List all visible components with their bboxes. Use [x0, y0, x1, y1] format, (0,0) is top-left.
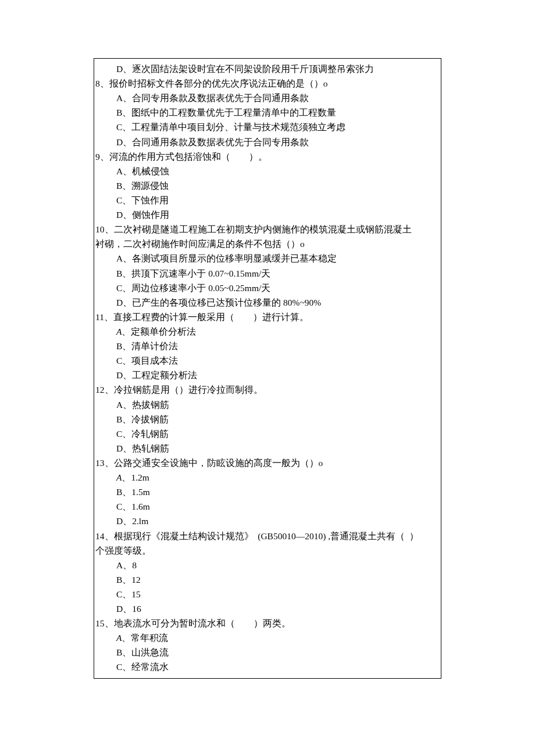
option-line: B、冷拔钢筋: [94, 412, 441, 427]
question-stem: 12、冷拉钢筋是用（）进行冷拉而制得。: [94, 382, 441, 397]
question-stem: 9、河流的作用方式包括溶蚀和（ ）。: [94, 149, 441, 164]
option-line: B、拱顶下沉速率小于 0.07~0.15mm/天: [94, 266, 441, 281]
option-line: D、2.lm: [94, 514, 441, 528]
question-stem: 15、地表流水可分为暂时流水和（ ）两类。: [94, 616, 441, 630]
option-line: B、1.5m: [94, 485, 441, 499]
option-line: A、合同专用条款及数据表优先于合同通用条款: [94, 91, 441, 105]
option-line: A、8: [94, 558, 441, 572]
option-line: A、常年积流: [94, 630, 441, 645]
option-line: B、图纸中的工程数量优先于工程量清单中的工程数量: [94, 105, 441, 120]
option-line: C、工程量清单中项目划分、计量与技术规范须独立考虑: [94, 120, 441, 134]
text-line: 衬砌，二次衬砌施作时间应满足的条件不包括（）o: [94, 237, 441, 251]
option-line: A、各测试项目所显示的位移率明显减缓并已基本稳定: [94, 251, 441, 266]
option-line: D、工程定额分析法: [94, 368, 441, 382]
option-line: A、机械侵蚀: [94, 164, 441, 178]
option-line: B、清单计价法: [94, 339, 441, 353]
text-line: 个强度等级。: [94, 543, 441, 558]
question-stem: 10、二次衬砌是隧道工程施工在初期支护内侧施作的模筑混凝土或钢筋混凝土: [94, 222, 441, 237]
option-line: C、经常流水: [94, 660, 441, 674]
option-line: C、周边位移速率小于 0.05~0.25mm/天: [94, 281, 441, 295]
option-line: D、16: [94, 601, 441, 616]
option-line: A、1.2m: [94, 470, 441, 485]
option-line: B、山洪急流: [94, 645, 441, 660]
option-line: A、热拔钢筋: [94, 397, 441, 412]
question-stem: 13、公路交通安全设施中，防眩设施的高度一般为（）o: [94, 456, 441, 470]
option-line: C、项目成本法: [94, 353, 441, 368]
question-stem: 8、报价时招标文件各部分的优先次序说法正确的是（）o: [94, 76, 441, 91]
option-line: C、下蚀作用: [94, 193, 441, 207]
option-line: D、合同通用条款及数据表优先于合同专用条款: [94, 135, 441, 149]
option-line: B、溯源侵蚀: [94, 178, 441, 193]
option-line: B、12: [94, 572, 441, 587]
option-line: D、侧蚀作用: [94, 207, 441, 222]
question-stem: 11、直接工程费的计算一般采用（ ）进行计算。: [94, 310, 441, 324]
option-line: D、已产生的各项位移已达预计位移量的 80%~90%: [94, 295, 441, 310]
option-line: C、15: [94, 587, 441, 601]
question-stem: 14、根据现行《混凝土结构设计规范》 (GB50010—2010) ,普通混凝土…: [94, 529, 441, 543]
option-line: C、冷轧钢筋: [94, 427, 441, 441]
option-line: C、1.6m: [94, 499, 441, 514]
option-line: A、定额单价分析法: [94, 324, 441, 339]
option-line: D、热轧钢筋: [94, 441, 441, 456]
page-content-box: D、逐次固结法架设时宜在不同架设阶段用千斤顶调整吊索张力8、报价时招标文件各部分…: [94, 58, 441, 679]
option-line: D、逐次固结法架设时宜在不同架设阶段用千斤顶调整吊索张力: [94, 62, 441, 76]
